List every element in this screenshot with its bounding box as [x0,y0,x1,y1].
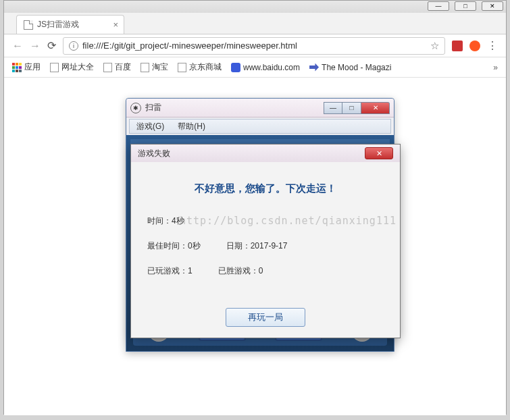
tab-title: JS扫雷游戏 [37,19,79,30]
address-bar[interactable]: i ☆ [63,37,445,55]
bookmark-item[interactable]: www.baidu.com [231,63,300,72]
bookmark-item[interactable]: 京东商城 [178,61,222,73]
os-max-button[interactable]: □ [455,1,476,11]
page-icon [50,63,59,72]
forward-button[interactable]: → [30,40,41,52]
bookmark-item[interactable]: 百度 [103,61,131,73]
extension-icon[interactable] [452,41,463,51]
mine-titlebar[interactable]: ✱ 扫雷 — □ ✕ [126,99,394,117]
reload-button[interactable]: ⟳ [47,39,56,52]
page-viewport: ✱ 扫雷 — □ ✕ 游戏(G) 帮助(H) [4,78,506,415]
dialog-close-button[interactable]: ✕ [365,147,393,159]
bookmarks-overflow-button[interactable]: » [493,63,498,72]
tab-close-icon[interactable]: × [113,20,118,30]
os-titlebar: — □ ✕ [4,1,506,13]
dialog-heading: 不好意思，您输了。下次走运！ [147,182,384,195]
apps-icon [12,63,22,72]
games-played-stat: 已玩游戏：1 [147,266,193,275]
mine-min-button[interactable]: — [324,102,342,114]
file-icon [24,20,33,30]
os-close-button[interactable]: ✕ [482,1,503,11]
game-over-dialog: 游戏失败 ✕ 不好意思，您输了。下次走运！ http://blog.csdn.n… [130,144,401,338]
apps-button[interactable]: 应用 [12,61,41,73]
mine-close-button[interactable]: ✕ [361,102,390,114]
bookmarks-bar: 应用 网址大全 百度 淘宝 京东商城 www.baidu.com The Moo… [4,57,506,78]
bookmark-item[interactable]: 淘宝 [141,61,168,73]
bookmark-item[interactable]: 网址大全 [50,61,94,73]
page-icon [103,63,112,72]
url-input[interactable] [82,41,430,51]
arrow-icon [309,63,319,72]
os-min-button[interactable]: — [428,1,449,11]
extension-icon[interactable] [469,41,480,51]
play-again-button[interactable]: 再玩一局 [226,308,305,327]
menu-game[interactable]: 游戏(G) [130,121,171,132]
mine-app-icon: ✱ [130,103,141,113]
dialog-titlebar[interactable]: 游戏失败 ✕ [131,145,400,162]
bookmark-star-icon[interactable]: ☆ [430,40,439,52]
date-stat: 日期：2017-9-17 [226,241,288,251]
toolbar: ← → ⟳ i ☆ ⋮ [4,34,506,57]
site-info-icon[interactable]: i [69,41,78,51]
best-time-stat: 最佳时间：0秒 [147,241,201,251]
mine-title-text: 扫雷 [145,102,161,113]
chrome-menu-button[interactable]: ⋮ [487,39,498,52]
page-icon [178,63,186,72]
dialog-title-text: 游戏失败 [138,148,170,159]
back-button[interactable]: ← [12,40,23,52]
mine-max-button[interactable]: □ [342,102,361,114]
bookmark-item[interactable]: The Mood - Magazi [309,63,391,72]
mine-menubar: 游戏(G) 帮助(H) [129,119,391,134]
games-won-stat: 已胜游戏：0 [218,266,263,275]
baidu-icon [231,63,240,72]
time-stat: 时间：4秒 [147,216,184,226]
tab-strip: JS扫雷游戏 × [4,13,506,34]
browser-tab[interactable]: JS扫雷游戏 × [16,15,124,34]
menu-help[interactable]: 帮助(H) [171,121,212,132]
page-icon [141,63,149,72]
